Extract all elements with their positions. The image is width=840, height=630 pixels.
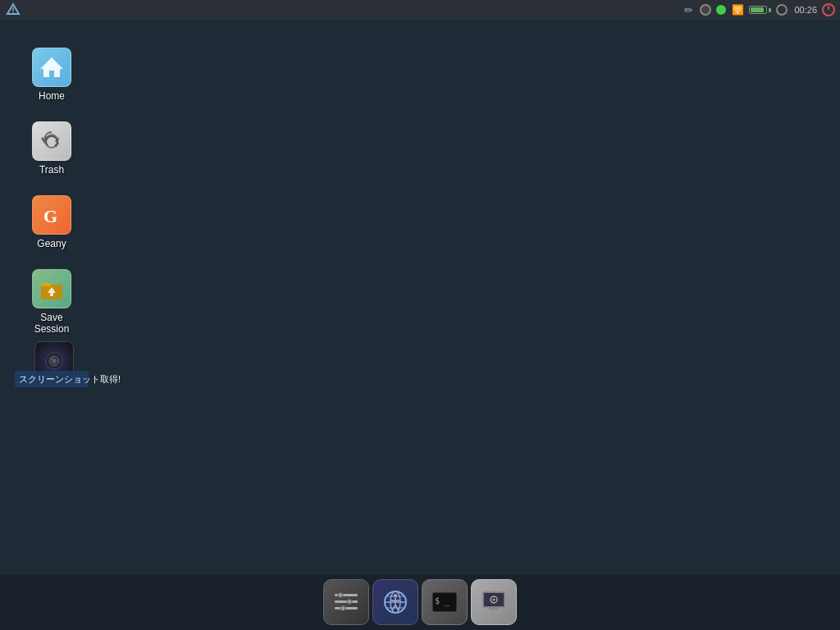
svg-point-26: [394, 594, 397, 597]
power-button[interactable]: [822, 3, 835, 16]
taskbar: $ _: [0, 574, 840, 630]
home-label: Home: [39, 90, 65, 102]
status-tray-icon: [716, 5, 726, 15]
dock-item-settings[interactable]: [323, 579, 369, 625]
menubar-logo[interactable]: [5, 2, 21, 18]
wifi-tray-icon: 🛜: [731, 3, 744, 16]
svg-marker-3: [40, 57, 63, 77]
svg-rect-10: [50, 293, 53, 296]
desktop-icon-screenshot[interactable]: スクリーンショット取得!: [15, 338, 93, 387]
svg-point-14: [50, 358, 52, 360]
svg-text:G: G: [43, 206, 57, 226]
record-tray-icon: [700, 4, 711, 16]
dock-item-terminal[interactable]: $ _: [422, 579, 468, 625]
trash-label: Trash: [39, 164, 64, 176]
clock-label: 00:26: [794, 5, 817, 15]
geany-icon: G: [32, 195, 71, 235]
geany-label: Geany: [37, 238, 66, 249]
svg-point-38: [493, 599, 495, 601]
svg-point-18: [338, 593, 343, 598]
svg-point-19: [347, 600, 352, 605]
desktop: Home Trash G Geany: [0, 20, 840, 581]
screenshot-tooltip: スクリーンショット取得!: [15, 371, 89, 387]
svg-point-20: [340, 606, 345, 611]
svg-rect-16: [335, 600, 358, 603]
clock-circle-icon: [776, 4, 788, 16]
savesession-label: SaveSession: [34, 312, 70, 336]
menubar-right: ✏ 🛜 00:26: [682, 3, 835, 16]
dock-item-browser[interactable]: [372, 579, 418, 625]
menubar-left: [5, 2, 21, 18]
home-icon: [32, 48, 71, 87]
desktop-icon-geany[interactable]: G Geany: [15, 192, 89, 253]
desktop-icon-home[interactable]: Home: [15, 44, 89, 105]
svg-rect-36: [486, 610, 502, 612]
svg-point-2: [12, 12, 14, 14]
trash-icon: [32, 121, 71, 161]
menubar: ✏ 🛜 00:26: [0, 0, 840, 20]
battery-tray-icon: [749, 6, 771, 14]
svg-rect-8: [41, 283, 51, 286]
svg-rect-17: [335, 607, 358, 609]
desktop-icon-trash[interactable]: Trash: [15, 118, 89, 179]
edit-tray-icon: ✏: [682, 3, 695, 16]
svg-rect-35: [489, 608, 499, 610]
svg-text:$ _: $ _: [435, 596, 450, 606]
savesession-icon: [32, 269, 71, 308]
dock-item-preferences[interactable]: [471, 579, 517, 625]
desktop-icon-savesession[interactable]: SaveSession: [15, 266, 89, 339]
